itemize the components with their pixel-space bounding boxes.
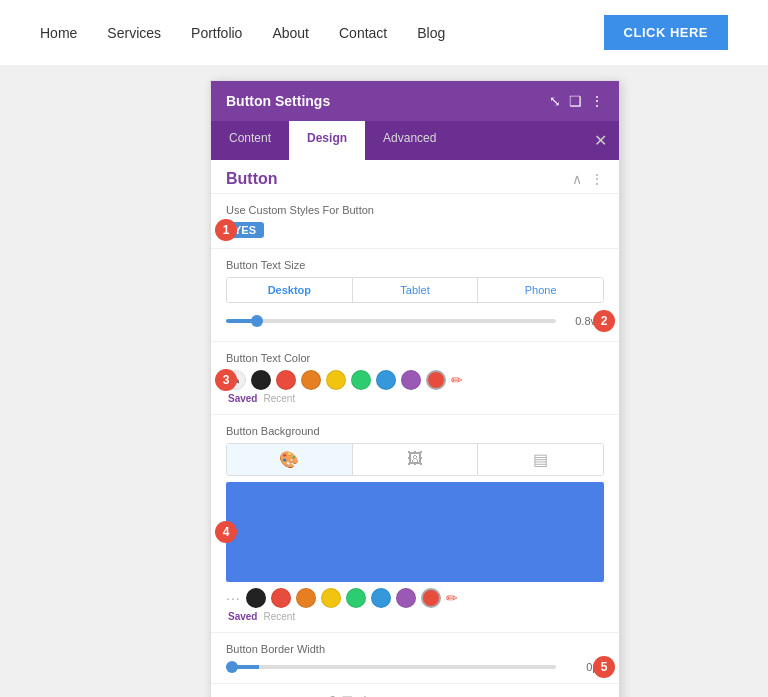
saved-recent-text: Saved Recent	[226, 393, 604, 404]
recent-link[interactable]: Recent	[263, 393, 295, 404]
nav-home[interactable]: Home	[40, 25, 77, 41]
step-badge-2: 2	[593, 310, 615, 332]
panel-tabs-bar: Content Design Advanced ✕	[211, 121, 619, 160]
bg-tab-gradient[interactable]: ▤	[478, 444, 603, 475]
tab-content[interactable]: Content	[211, 121, 289, 160]
swatch-green[interactable]	[351, 370, 371, 390]
minimize-icon[interactable]: ⤡	[549, 93, 561, 109]
swatch-pencil-icon[interactable]: ✏	[451, 372, 463, 388]
border-width-label: Button Border Width	[226, 643, 604, 655]
panel-body: Button ∧ ⋮ Use Custom Styles For Button …	[211, 160, 619, 697]
bg-swatch-green[interactable]	[346, 588, 366, 608]
step-badge-4-wrapper: 4	[226, 482, 604, 582]
click-here-button[interactable]: CLICK HERE	[604, 15, 728, 50]
section-header-icons: ∧ ⋮	[572, 171, 604, 187]
nav-links: Home Services Portfolio About Contact Bl…	[40, 25, 445, 41]
tablet-tab[interactable]: Tablet	[353, 278, 479, 302]
swatch-yellow[interactable]	[326, 370, 346, 390]
bg-row: Button Background 🎨 🖼 ▤ 4 ···	[211, 415, 619, 633]
swatch-purple[interactable]	[401, 370, 421, 390]
swatch-black[interactable]	[251, 370, 271, 390]
bg-pencil-icon[interactable]: ✏	[446, 590, 458, 606]
bg-swatch-pink[interactable]	[421, 588, 441, 608]
section-header: Button ∧ ⋮	[211, 160, 619, 194]
border-color-row: Button Border Color ? ❑ ⋮ ✎ ✏	[211, 684, 619, 697]
panel-header-icons: ⤡ ❑ ⋮	[549, 93, 604, 109]
panel-title: Button Settings	[226, 93, 330, 109]
border-width-row: Button Border Width 0px 5	[211, 633, 619, 684]
bg-more-dots[interactable]: ···	[226, 590, 241, 606]
desktop-tab[interactable]: Desktop	[227, 278, 353, 302]
swatch-pink-red[interactable]	[426, 370, 446, 390]
nav-about[interactable]: About	[272, 25, 309, 41]
text-size-row: Button Text Size Desktop Tablet Phone 2 …	[211, 249, 619, 342]
text-color-label: Button Text Color	[226, 352, 604, 364]
bg-swatch-red[interactable]	[271, 588, 291, 608]
more-icon[interactable]: ⋮	[590, 93, 604, 109]
bg-swatch-orange[interactable]	[296, 588, 316, 608]
border-slider-row: 0px 5	[226, 661, 604, 673]
swatch-orange[interactable]	[301, 370, 321, 390]
bg-swatches-row: ··· ✏	[226, 588, 604, 608]
saved-link[interactable]: Saved	[228, 393, 257, 404]
bg-label: Button Background	[226, 425, 604, 437]
toggle-row: 1 YES	[226, 222, 604, 238]
step-badge-5: 5	[593, 656, 615, 678]
phone-tab[interactable]: Phone	[478, 278, 603, 302]
bg-swatch-black[interactable]	[246, 588, 266, 608]
custom-styles-row: Use Custom Styles For Button 1 YES	[211, 194, 619, 249]
expand-icon[interactable]: ❑	[569, 93, 582, 109]
slider-row: 2 0.8vw	[226, 311, 604, 331]
bg-swatch-purple[interactable]	[396, 588, 416, 608]
collapse-icon[interactable]: ∧	[572, 171, 582, 187]
custom-styles-label: Use Custom Styles For Button	[226, 204, 604, 216]
responsive-tabs: Desktop Tablet Phone	[226, 277, 604, 303]
text-color-swatches-row: 3 ✎ ✏	[226, 370, 604, 390]
text-color-row: Button Text Color 3 ✎ ✏ Saved Recen	[211, 342, 619, 415]
bg-tab-color[interactable]: 🎨	[227, 444, 353, 475]
nav-portfolio[interactable]: Portfolio	[191, 25, 242, 41]
bg-tabs: 🎨 🖼 ▤	[226, 443, 604, 476]
text-size-label: Button Text Size	[226, 259, 604, 271]
page-background: Button Settings ⤡ ❑ ⋮ Content Design Adv…	[0, 65, 768, 697]
bg-saved-link[interactable]: Saved	[228, 611, 257, 622]
step-badge-1: 1	[215, 219, 237, 241]
tab-design[interactable]: Design	[289, 121, 365, 160]
text-size-slider[interactable]	[226, 319, 556, 323]
border-width-slider[interactable]	[226, 665, 556, 669]
panel-header: Button Settings ⤡ ❑ ⋮	[211, 81, 619, 121]
top-nav: Home Services Portfolio About Contact Bl…	[0, 0, 768, 65]
bg-swatch-blue[interactable]	[371, 588, 391, 608]
nav-blog[interactable]: Blog	[417, 25, 445, 41]
section-more-icon[interactable]: ⋮	[590, 171, 604, 187]
section-title: Button	[226, 170, 278, 188]
nav-services[interactable]: Services	[107, 25, 161, 41]
nav-contact[interactable]: Contact	[339, 25, 387, 41]
tab-advanced[interactable]: Advanced	[365, 121, 454, 160]
color-preview-box[interactable]	[226, 482, 604, 582]
bg-swatch-yellow[interactable]	[321, 588, 341, 608]
button-settings-panel: Button Settings ⤡ ❑ ⋮ Content Design Adv…	[210, 80, 620, 697]
bg-recent-link[interactable]: Recent	[263, 611, 295, 622]
bg-saved-recent: Saved Recent	[226, 611, 604, 622]
step-badge-4: 4	[215, 521, 237, 543]
panel-close-icon[interactable]: ✕	[582, 121, 619, 160]
step-badge-3: 3	[215, 369, 237, 391]
swatch-red[interactable]	[276, 370, 296, 390]
bg-tab-image[interactable]: 🖼	[353, 444, 479, 475]
swatch-blue[interactable]	[376, 370, 396, 390]
